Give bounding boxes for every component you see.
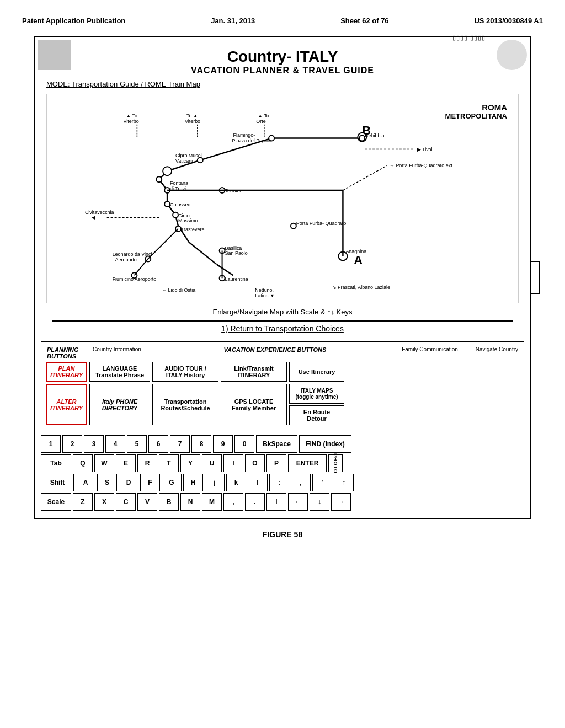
key-2[interactable]: 2 (62, 435, 82, 453)
key-6[interactable]: 6 (148, 435, 168, 453)
country-title: Country- ITALY (41, 48, 524, 66)
key-3[interactable]: 3 (84, 435, 104, 453)
key-backspace[interactable]: BkSpace (256, 435, 297, 453)
metro-map-svg: B Rebibbia ▶ Tivoli Flamingo- Piazza del… (47, 94, 518, 303)
planning-header: PLANNING BUTTONS (47, 346, 88, 360)
key-x[interactable]: X (94, 493, 114, 511)
key-slash[interactable]: l (266, 493, 286, 511)
phone-directory-button[interactable]: Italy PHONE DIRECTORY (89, 384, 150, 425)
svg-text:A: A (354, 253, 363, 267)
svg-text:Orte: Orte (256, 119, 265, 124)
main-container: ▯▯▯▯ ▯▯▯▯ Country- ITALY VACATION PLANNE… (34, 36, 531, 519)
audio-tour-button[interactable]: AUDIO TOUR / ITALY History (152, 362, 218, 382)
svg-point-24 (156, 176, 162, 182)
middle-letter-row: Shift A S D F G H j k l : , ' ↑ (41, 474, 524, 491)
svg-text:Latina  ▼: Latina ▼ (255, 293, 275, 298)
key-z[interactable]: Z (73, 493, 93, 511)
transportation-button[interactable]: Transportation Routes/Schedule (152, 384, 218, 425)
use-itinerary-button[interactable]: Use Itinerary (289, 362, 344, 382)
page: Patent Application Publication Jan. 31, … (0, 0, 565, 728)
svg-point-13 (359, 136, 365, 141)
key-comma-mid[interactable]: , (291, 474, 311, 491)
key-s[interactable]: S (97, 474, 117, 491)
key-0[interactable]: 0 (234, 435, 254, 453)
key-scale[interactable]: Scale (41, 493, 71, 511)
bottom-row: Scale Z X C V B N M , . l ← ↓ → (41, 493, 524, 511)
key-j[interactable]: j (205, 474, 225, 491)
svg-text:▲ To: ▲ To (126, 113, 138, 119)
svg-text:Massimo: Massimo (178, 218, 198, 223)
number-row: 1 2 3 4 5 6 7 8 9 0 BkSpace FIND (Index) (41, 435, 524, 453)
key-left[interactable]: ← (288, 493, 308, 511)
key-up[interactable]: ↑ (334, 474, 354, 491)
phone-indicator: ▯▯▯▯ ▯▯▯▯ (452, 34, 486, 41)
key-f[interactable]: F (140, 474, 160, 491)
key-tab[interactable]: Tab (41, 454, 71, 472)
key-enter[interactable]: ENTER (288, 454, 327, 472)
svg-text:Viterbo: Viterbo (185, 119, 200, 124)
key-c[interactable]: C (116, 493, 136, 511)
navigate-country-header: Navigate Country (463, 346, 518, 360)
patent-left: Patent Application Publication (22, 17, 125, 25)
figure-label: FIGURE 58 (22, 530, 543, 539)
key-v[interactable]: V (137, 493, 157, 511)
key-quote[interactable]: ' (312, 474, 332, 491)
key-w[interactable]: W (94, 454, 114, 472)
key-b[interactable]: B (159, 493, 179, 511)
alter-itinerary-button[interactable]: ALTER ITINERARY (46, 384, 87, 425)
key-find[interactable]: FIND (Index) (299, 435, 351, 453)
header-labels: PLANNING BUTTONS Country Information VAC… (46, 346, 519, 360)
svg-text:← Lido di Ostia: ← Lido di Ostia (162, 287, 195, 293)
enlarge-text: Enlarge/Navigate Map with Scale & ↑↓ Key… (41, 308, 524, 316)
return-link[interactable]: 1) Return to Transportation Choices (41, 324, 524, 333)
key-8[interactable]: 8 (191, 435, 211, 453)
key-comma[interactable]: , (223, 493, 243, 511)
key-k[interactable]: k (226, 474, 246, 491)
key-5[interactable]: 5 (127, 435, 147, 453)
svg-text:Leonardo da Vinci: Leonardo da Vinci (113, 251, 152, 257)
svg-line-62 (343, 165, 387, 190)
key-u[interactable]: U (202, 454, 222, 472)
svg-text:Vaticani: Vaticani (175, 158, 193, 164)
key-colon[interactable]: : (269, 474, 289, 491)
key-r[interactable]: R (137, 454, 157, 472)
key-down[interactable]: ↓ (310, 493, 329, 511)
key-o[interactable]: O (245, 454, 265, 472)
key-n[interactable]: N (180, 493, 200, 511)
key-l[interactable]: l (248, 474, 268, 491)
key-right[interactable]: → (331, 493, 351, 511)
svg-text:↘ Frascati, Albano Laziale: ↘ Frascati, Albano Laziale (332, 285, 390, 290)
svg-point-38 (291, 223, 296, 229)
key-q[interactable]: Q (73, 454, 93, 472)
vacation-subtitle: VACATION PLANNER & TRAVEL GUIDE (41, 66, 524, 76)
keyboard-section: 1 2 3 4 5 6 7 8 9 0 BkSpace FIND (Index)… (41, 435, 524, 511)
key-period[interactable]: . (245, 493, 265, 511)
key-4[interactable]: 4 (105, 435, 125, 453)
key-1[interactable]: 1 (41, 435, 61, 453)
map-area[interactable]: ROMA METROPOLITANA B (46, 94, 519, 303)
key-d[interactable]: D (119, 474, 138, 491)
key-t[interactable]: T (159, 454, 179, 472)
gps-locate-button[interactable]: GPS LOCATE Family Member (221, 384, 287, 425)
key-i[interactable]: I (223, 454, 243, 472)
key-g[interactable]: G (162, 474, 182, 491)
country-info-header: Country Information (93, 346, 153, 360)
key-photo[interactable]: PHOTO (328, 454, 343, 472)
italy-maps-button[interactable]: ITALY MAPS (toggle anytime) (289, 384, 344, 404)
svg-text:Trastevere: Trastevere (181, 227, 204, 232)
key-a[interactable]: A (76, 474, 95, 491)
key-9[interactable]: 9 (213, 435, 233, 453)
key-y[interactable]: Y (180, 454, 200, 472)
language-button[interactable]: LANGUAGE Translate Phrase (89, 362, 150, 382)
key-shift[interactable]: Shift (41, 474, 74, 491)
key-p[interactable]: P (266, 454, 286, 472)
en-route-button[interactable]: En Route Detour (289, 405, 344, 425)
svg-line-10 (217, 264, 233, 275)
svg-text:◄: ◄ (90, 214, 97, 221)
plan-itinerary-button[interactable]: PLAN ITINERARY (46, 362, 87, 382)
key-e[interactable]: E (116, 454, 136, 472)
link-transmit-button[interactable]: Link/Transmit ITINERARY (221, 362, 287, 382)
key-m[interactable]: M (202, 493, 222, 511)
key-h[interactable]: H (183, 474, 203, 491)
key-7[interactable]: 7 (170, 435, 190, 453)
